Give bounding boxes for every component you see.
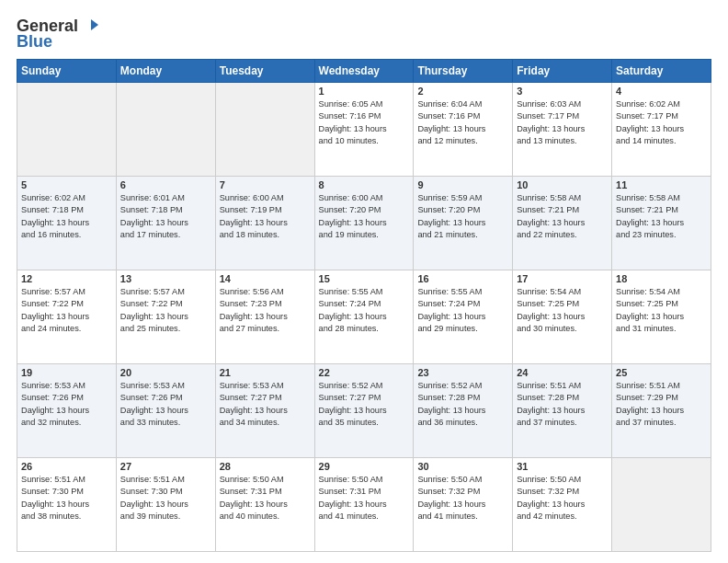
logo-blue: Blue [17, 32, 52, 52]
calendar-cell: 1Sunrise: 6:05 AM Sunset: 7:16 PM Daylig… [314, 83, 414, 177]
calendar-cell [612, 458, 711, 552]
day-info: Sunrise: 6:00 AM Sunset: 7:20 PM Dayligh… [319, 192, 410, 241]
calendar-cell: 12Sunrise: 5:57 AM Sunset: 7:22 PM Dayli… [17, 270, 117, 364]
col-header-friday: Friday [513, 60, 612, 83]
day-info: Sunrise: 5:50 AM Sunset: 7:32 PM Dayligh… [417, 474, 508, 523]
calendar-cell: 23Sunrise: 5:52 AM Sunset: 7:28 PM Dayli… [414, 364, 513, 458]
calendar-cell: 4Sunrise: 6:02 AM Sunset: 7:17 PM Daylig… [612, 83, 711, 177]
day-number: 27 [120, 461, 211, 472]
day-info: Sunrise: 5:52 AM Sunset: 7:28 PM Dayligh… [417, 380, 508, 429]
day-info: Sunrise: 6:04 AM Sunset: 7:16 PM Dayligh… [417, 98, 508, 147]
calendar-cell: 22Sunrise: 5:52 AM Sunset: 7:27 PM Dayli… [314, 364, 414, 458]
calendar-cell: 18Sunrise: 5:54 AM Sunset: 7:25 PM Dayli… [612, 270, 711, 364]
day-info: Sunrise: 5:54 AM Sunset: 7:25 PM Dayligh… [616, 286, 707, 335]
calendar-cell: 13Sunrise: 5:57 AM Sunset: 7:22 PM Dayli… [116, 270, 215, 364]
calendar-cell: 8Sunrise: 6:00 AM Sunset: 7:20 PM Daylig… [314, 177, 414, 270]
calendar-cell: 9Sunrise: 5:59 AM Sunset: 7:20 PM Daylig… [414, 177, 513, 270]
calendar-cell: 20Sunrise: 5:53 AM Sunset: 7:26 PM Dayli… [116, 364, 215, 458]
calendar-cell: 27Sunrise: 5:51 AM Sunset: 7:30 PM Dayli… [116, 458, 215, 552]
day-info: Sunrise: 5:57 AM Sunset: 7:22 PM Dayligh… [21, 286, 112, 335]
calendar-cell: 30Sunrise: 5:50 AM Sunset: 7:32 PM Dayli… [414, 458, 513, 552]
day-number: 19 [21, 367, 112, 378]
day-info: Sunrise: 5:53 AM Sunset: 7:26 PM Dayligh… [120, 380, 211, 429]
calendar-cell: 19Sunrise: 5:53 AM Sunset: 7:26 PM Dayli… [17, 364, 117, 458]
day-info: Sunrise: 5:59 AM Sunset: 7:20 PM Dayligh… [417, 192, 508, 241]
day-info: Sunrise: 6:00 AM Sunset: 7:19 PM Dayligh… [220, 192, 311, 241]
calendar-cell [116, 83, 215, 177]
calendar-cell: 24Sunrise: 5:51 AM Sunset: 7:28 PM Dayli… [513, 364, 612, 458]
calendar-cell: 11Sunrise: 5:58 AM Sunset: 7:21 PM Dayli… [612, 177, 711, 270]
day-number: 3 [517, 86, 608, 97]
calendar-cell: 26Sunrise: 5:51 AM Sunset: 7:30 PM Dayli… [17, 458, 117, 552]
calendar-cell [17, 83, 117, 177]
day-info: Sunrise: 5:50 AM Sunset: 7:32 PM Dayligh… [517, 474, 608, 523]
day-info: Sunrise: 5:51 AM Sunset: 7:30 PM Dayligh… [120, 474, 211, 523]
day-number: 6 [120, 179, 211, 190]
day-info: Sunrise: 5:51 AM Sunset: 7:28 PM Dayligh… [517, 380, 608, 429]
day-number: 2 [417, 86, 508, 97]
day-info: Sunrise: 5:54 AM Sunset: 7:25 PM Dayligh… [517, 286, 608, 335]
col-header-saturday: Saturday [612, 60, 711, 83]
calendar-cell [215, 83, 314, 177]
day-number: 18 [616, 273, 707, 284]
calendar-cell: 3Sunrise: 6:03 AM Sunset: 7:17 PM Daylig… [513, 83, 612, 177]
calendar-cell: 10Sunrise: 5:58 AM Sunset: 7:21 PM Dayli… [513, 177, 612, 270]
day-number: 24 [517, 367, 608, 378]
day-info: Sunrise: 6:02 AM Sunset: 7:17 PM Dayligh… [616, 98, 707, 147]
day-info: Sunrise: 6:02 AM Sunset: 7:18 PM Dayligh… [21, 192, 112, 241]
day-info: Sunrise: 6:05 AM Sunset: 7:16 PM Dayligh… [319, 98, 410, 147]
day-number: 29 [319, 461, 410, 472]
day-info: Sunrise: 5:51 AM Sunset: 7:30 PM Dayligh… [21, 474, 112, 523]
day-info: Sunrise: 5:55 AM Sunset: 7:24 PM Dayligh… [417, 286, 508, 335]
day-info: Sunrise: 5:58 AM Sunset: 7:21 PM Dayligh… [616, 192, 707, 241]
calendar-cell: 29Sunrise: 5:50 AM Sunset: 7:31 PM Dayli… [314, 458, 414, 552]
calendar-cell: 17Sunrise: 5:54 AM Sunset: 7:25 PM Dayli… [513, 270, 612, 364]
day-info: Sunrise: 5:53 AM Sunset: 7:26 PM Dayligh… [21, 380, 112, 429]
calendar-cell: 7Sunrise: 6:00 AM Sunset: 7:19 PM Daylig… [215, 177, 314, 270]
day-info: Sunrise: 6:01 AM Sunset: 7:18 PM Dayligh… [120, 192, 211, 241]
day-number: 9 [417, 179, 508, 190]
day-number: 16 [417, 273, 508, 284]
day-number: 8 [319, 179, 410, 190]
day-number: 11 [616, 179, 707, 190]
day-number: 5 [21, 179, 112, 190]
col-header-tuesday: Tuesday [215, 60, 314, 83]
day-number: 31 [517, 461, 608, 472]
svg-marker-0 [91, 19, 98, 30]
day-number: 4 [616, 86, 707, 97]
col-header-thursday: Thursday [414, 60, 513, 83]
calendar-cell: 14Sunrise: 5:56 AM Sunset: 7:23 PM Dayli… [215, 270, 314, 364]
calendar-cell: 5Sunrise: 6:02 AM Sunset: 7:18 PM Daylig… [17, 177, 117, 270]
day-info: Sunrise: 5:56 AM Sunset: 7:23 PM Dayligh… [220, 286, 311, 335]
calendar-cell: 31Sunrise: 5:50 AM Sunset: 7:32 PM Dayli… [513, 458, 612, 552]
calendar-cell: 25Sunrise: 5:51 AM Sunset: 7:29 PM Dayli… [612, 364, 711, 458]
day-info: Sunrise: 5:50 AM Sunset: 7:31 PM Dayligh… [220, 474, 311, 523]
day-info: Sunrise: 5:58 AM Sunset: 7:21 PM Dayligh… [517, 192, 608, 241]
day-number: 25 [616, 367, 707, 378]
day-number: 10 [517, 179, 608, 190]
logo-flag-icon [82, 17, 100, 36]
day-number: 13 [120, 273, 211, 284]
day-number: 21 [220, 367, 311, 378]
day-number: 7 [220, 179, 311, 190]
header: General Blue [17, 17, 711, 52]
calendar-cell: 15Sunrise: 5:55 AM Sunset: 7:24 PM Dayli… [314, 270, 414, 364]
day-number: 28 [220, 461, 311, 472]
day-number: 30 [417, 461, 508, 472]
day-number: 17 [517, 273, 608, 284]
day-number: 12 [21, 273, 112, 284]
day-number: 15 [319, 273, 410, 284]
day-number: 23 [417, 367, 508, 378]
page: General Blue SundayMondayTuesdayWednesda… [0, 0, 728, 563]
day-info: Sunrise: 5:51 AM Sunset: 7:29 PM Dayligh… [616, 380, 707, 429]
day-number: 1 [319, 86, 410, 97]
day-number: 20 [120, 367, 211, 378]
calendar-cell: 6Sunrise: 6:01 AM Sunset: 7:18 PM Daylig… [116, 177, 215, 270]
day-info: Sunrise: 5:52 AM Sunset: 7:27 PM Dayligh… [319, 380, 410, 429]
day-info: Sunrise: 5:50 AM Sunset: 7:31 PM Dayligh… [319, 474, 410, 523]
calendar-cell: 16Sunrise: 5:55 AM Sunset: 7:24 PM Dayli… [414, 270, 513, 364]
day-number: 26 [21, 461, 112, 472]
day-number: 14 [220, 273, 311, 284]
col-header-sunday: Sunday [17, 60, 117, 83]
col-header-monday: Monday [116, 60, 215, 83]
